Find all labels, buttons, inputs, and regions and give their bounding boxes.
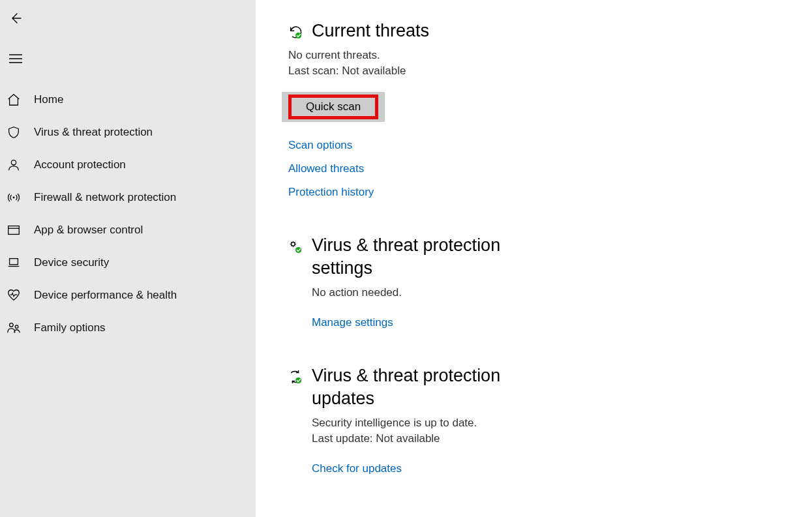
quick-scan-button[interactable]: Quick scan	[288, 95, 378, 119]
sidebar-item-label: Account protection	[34, 158, 126, 171]
sidebar-item-device-performance[interactable]: Device performance & health	[0, 279, 256, 312]
history-check-icon	[288, 25, 303, 39]
section-current-threats: Current threats No current threats. Last…	[288, 20, 779, 199]
section-vtp-updates: Virus & threat protection updates Securi…	[288, 364, 779, 475]
sidebar-item-label: Firewall & network protection	[34, 191, 176, 204]
sidebar-item-home[interactable]: Home	[0, 83, 256, 116]
scan-options-link[interactable]: Scan options	[288, 139, 779, 152]
sidebar-item-label: Virus & threat protection	[34, 126, 153, 139]
shield-icon	[7, 125, 21, 140]
sidebar-item-label: App & browser control	[34, 224, 143, 237]
sidebar-item-label: Device security	[34, 256, 109, 269]
heart-pulse-icon	[7, 288, 21, 303]
sidebar: Home Virus & threat protection Account p…	[0, 0, 256, 517]
sidebar-item-label: Home	[34, 93, 63, 106]
sidebar-item-family[interactable]: Family options	[0, 312, 256, 344]
main-content: Current threats No current threats. Last…	[256, 0, 812, 517]
broadcast-icon	[7, 190, 21, 205]
menu-button[interactable]	[0, 46, 31, 72]
section-title: Virus & threat protection settings	[312, 234, 547, 280]
section-title: Current threats	[312, 20, 429, 42]
sidebar-item-firewall[interactable]: Firewall & network protection	[0, 181, 256, 214]
protection-history-link[interactable]: Protection history	[288, 186, 779, 199]
sidebar-item-virus-threat[interactable]: Virus & threat protection	[0, 116, 256, 149]
gears-check-icon	[288, 239, 303, 254]
svg-point-1	[13, 197, 15, 199]
last-scan-text: Last scan: Not available	[288, 65, 779, 78]
last-update-text: Last update: Not available	[312, 432, 779, 445]
allowed-threats-link[interactable]: Allowed threats	[288, 162, 779, 175]
sidebar-item-label: Family options	[34, 321, 106, 334]
section-title: Virus & threat protection updates	[312, 364, 547, 410]
svg-point-4	[10, 323, 13, 327]
svg-point-6	[295, 33, 301, 38]
sidebar-item-device-security[interactable]: Device security	[0, 246, 256, 279]
section-vtp-settings: Virus & threat protection settings No ac…	[288, 234, 779, 329]
threat-status-text: No current threats.	[288, 49, 779, 62]
sidebar-item-account-protection[interactable]: Account protection	[0, 149, 256, 181]
manage-settings-link[interactable]: Manage settings	[312, 316, 779, 329]
refresh-check-icon	[288, 370, 303, 384]
svg-point-8	[295, 247, 301, 253]
svg-point-5	[15, 325, 18, 329]
back-button[interactable]	[0, 5, 31, 31]
sidebar-nav: Home Virus & threat protection Account p…	[0, 83, 256, 344]
laptop-icon	[7, 256, 21, 270]
home-icon	[7, 93, 21, 107]
hamburger-icon	[9, 54, 22, 63]
person-icon	[7, 158, 21, 172]
svg-rect-2	[8, 226, 20, 235]
sidebar-item-label: Device performance & health	[34, 289, 177, 302]
check-updates-link[interactable]: Check for updates	[312, 462, 779, 475]
sidebar-item-app-browser[interactable]: App & browser control	[0, 214, 256, 246]
family-icon	[7, 321, 21, 335]
arrow-left-icon	[9, 12, 22, 25]
svg-point-9	[295, 377, 301, 383]
updates-status-text: Security intelligence is up to date.	[312, 417, 779, 430]
settings-status-text: No action needed.	[312, 286, 779, 299]
svg-rect-3	[10, 259, 18, 265]
window-icon	[7, 223, 21, 237]
svg-point-0	[11, 160, 16, 165]
